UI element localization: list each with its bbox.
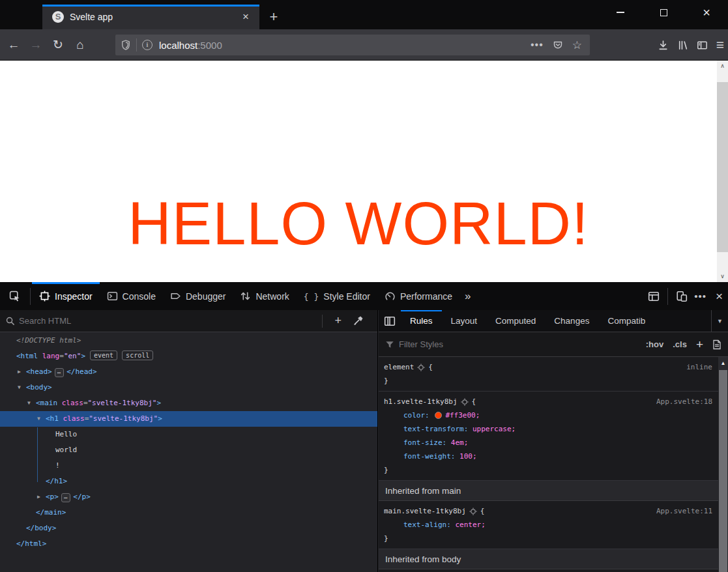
close-button[interactable]: × bbox=[685, 0, 728, 25]
home-button[interactable]: ⌂ bbox=[69, 34, 91, 56]
site-info-icon[interactable]: i bbox=[142, 40, 153, 50]
minimize-button[interactable] bbox=[599, 0, 642, 25]
page-scrollbar[interactable]: ∧ ∨ bbox=[717, 61, 728, 282]
sidebar-tab-rules[interactable]: Rules bbox=[401, 310, 442, 332]
browser-tab[interactable]: S Svelte app × bbox=[42, 5, 259, 29]
filter-styles-input[interactable] bbox=[399, 339, 637, 349]
color-swatch[interactable] bbox=[435, 412, 442, 419]
rules-scrollbar[interactable]: ▲ bbox=[718, 357, 728, 572]
markup-row[interactable]: <!DOCTYPE html> bbox=[0, 333, 377, 349]
sidebar-toggle-icon[interactable] bbox=[379, 315, 401, 327]
responsive-design-icon[interactable] bbox=[676, 291, 688, 302]
css-declaration[interactable]: text-transform: uppercase; bbox=[384, 422, 712, 436]
devtools-tab-network[interactable]: Network bbox=[233, 282, 296, 310]
reload-button[interactable]: ↻ bbox=[47, 34, 69, 56]
add-rule-button[interactable]: + bbox=[696, 337, 703, 352]
more-tools-icon[interactable]: » bbox=[459, 290, 476, 303]
search-html-input[interactable] bbox=[19, 316, 316, 326]
sidebar-tab-layout[interactable]: Layout bbox=[442, 310, 487, 332]
new-tab-button[interactable]: + bbox=[264, 8, 284, 26]
url-text[interactable]: localhost:5000 bbox=[159, 40, 531, 51]
event-badge[interactable]: event bbox=[90, 350, 117, 360]
markup-row[interactable]: </html> bbox=[0, 536, 377, 552]
pocket-icon[interactable] bbox=[553, 40, 563, 50]
add-node-button[interactable]: + bbox=[328, 314, 347, 328]
scrollbar-thumb[interactable] bbox=[717, 82, 728, 252]
page-actions-icon[interactable]: ••• bbox=[531, 39, 544, 51]
property-name[interactable]: text-transform: bbox=[403, 425, 468, 433]
collapse-arrow-icon[interactable]: ▼ bbox=[26, 395, 36, 411]
scroll-down-icon[interactable]: ∨ bbox=[717, 271, 728, 282]
expand-arrow-icon[interactable]: ▶ bbox=[36, 489, 46, 505]
devtools-tab-style-editor[interactable]: { }Style Editor bbox=[297, 282, 377, 310]
collapse-arrow-icon[interactable]: ▼ bbox=[36, 411, 46, 427]
highlight-target-icon[interactable] bbox=[469, 508, 477, 515]
markup-row[interactable]: </main> bbox=[0, 505, 377, 521]
pseudo-class-toggle[interactable]: :hov bbox=[646, 339, 663, 349]
rule-origin[interactable]: inline bbox=[686, 363, 712, 371]
inline-expand-icon[interactable]: … bbox=[55, 368, 64, 377]
rule-origin[interactable]: App.svelte:18 bbox=[656, 397, 712, 406]
markup-row[interactable]: ! bbox=[0, 458, 377, 474]
shield-icon[interactable] bbox=[121, 40, 131, 50]
highlight-target-icon[interactable] bbox=[461, 398, 469, 406]
property-name[interactable]: text-align: bbox=[403, 521, 451, 529]
property-name[interactable]: font-size: bbox=[403, 438, 446, 447]
css-declaration[interactable]: font-size: 4em; bbox=[384, 436, 712, 450]
dock-side-icon[interactable] bbox=[648, 291, 660, 302]
devtools-menu-icon[interactable]: ••• bbox=[694, 291, 706, 302]
markup-row[interactable]: ▶<head>…</head> bbox=[0, 364, 377, 380]
print-simulation-icon[interactable] bbox=[712, 339, 721, 350]
markup-row[interactable]: </h1> bbox=[0, 474, 377, 489]
sidebars-icon[interactable] bbox=[697, 40, 708, 51]
downloads-icon[interactable] bbox=[658, 40, 669, 51]
sidebar-tabs-overflow-icon[interactable]: ▼ bbox=[711, 310, 728, 332]
css-declaration[interactable]: color: #ff3e00; bbox=[384, 408, 712, 422]
property-value[interactable]: 4em; bbox=[451, 438, 469, 447]
rule-origin[interactable]: App.svelte:11 bbox=[656, 507, 712, 515]
library-icon[interactable] bbox=[677, 40, 688, 51]
devtools-tab-inspector[interactable]: Inspector bbox=[32, 282, 100, 310]
expand-arrow-icon[interactable]: ▶ bbox=[16, 364, 26, 380]
sidebar-tab-computed[interactable]: Computed bbox=[486, 310, 545, 332]
collapse-arrow-icon[interactable]: ▼ bbox=[16, 380, 26, 395]
property-name[interactable]: font-weight: bbox=[403, 452, 455, 461]
tab-close-icon[interactable]: × bbox=[239, 10, 253, 23]
rules-scrollbar-thumb[interactable] bbox=[719, 370, 727, 572]
property-value[interactable]: #ff3e00; bbox=[445, 411, 480, 420]
element-picker-button[interactable] bbox=[0, 291, 29, 302]
sidebar-tab-compatib[interactable]: Compatib bbox=[598, 310, 654, 332]
css-declaration[interactable]: text-align: center; bbox=[384, 518, 712, 532]
devtools-tab-debugger[interactable]: Debugger bbox=[163, 282, 233, 310]
bookmark-star-icon[interactable]: ☆ bbox=[572, 38, 582, 52]
class-toggle[interactable]: .cls bbox=[673, 339, 687, 349]
scroll-badge[interactable]: scroll bbox=[122, 350, 153, 360]
inline-expand-icon[interactable]: … bbox=[61, 493, 70, 502]
property-value[interactable]: 100; bbox=[459, 452, 477, 461]
scroll-up-icon[interactable]: ∧ bbox=[717, 61, 728, 72]
rule-selector[interactable]: main.svelte-1tky8bj bbox=[384, 507, 466, 515]
highlight-target-icon[interactable] bbox=[417, 364, 425, 371]
markup-row[interactable]: world bbox=[0, 442, 377, 458]
eyedropper-icon[interactable] bbox=[347, 316, 372, 326]
markup-row[interactable]: <html lang="en">eventscroll bbox=[0, 349, 377, 364]
property-value[interactable]: center; bbox=[455, 521, 485, 529]
markup-row[interactable]: ▼<body> bbox=[0, 380, 377, 395]
markup-row[interactable]: </body> bbox=[0, 521, 377, 536]
rule-selector[interactable]: element bbox=[384, 363, 414, 371]
markup-row[interactable]: ▼<main class="svelte-1tky8bj"> bbox=[0, 395, 377, 411]
devtools-close-icon[interactable]: × bbox=[713, 289, 723, 304]
css-declaration[interactable]: font-weight: 100; bbox=[384, 450, 712, 463]
url-bar[interactable]: i localhost:5000 ••• ☆ bbox=[115, 35, 590, 55]
markup-row[interactable]: Hello bbox=[0, 427, 377, 442]
property-name[interactable]: color: bbox=[403, 411, 430, 420]
maximize-button[interactable] bbox=[642, 0, 685, 25]
back-button[interactable]: ← bbox=[3, 34, 25, 56]
rule-selector[interactable]: h1.svelte-1tky8bj bbox=[384, 397, 458, 406]
markup-row-selected[interactable]: ▼<h1 class="svelte-1tky8bj"> bbox=[0, 411, 377, 427]
rules-scroll-up-icon[interactable]: ▲ bbox=[718, 357, 728, 370]
property-value[interactable]: uppercase; bbox=[473, 425, 516, 433]
forward-button[interactable]: → bbox=[25, 34, 47, 56]
menu-icon[interactable]: ≡ bbox=[716, 37, 724, 53]
sidebar-tab-changes[interactable]: Changes bbox=[545, 310, 598, 332]
